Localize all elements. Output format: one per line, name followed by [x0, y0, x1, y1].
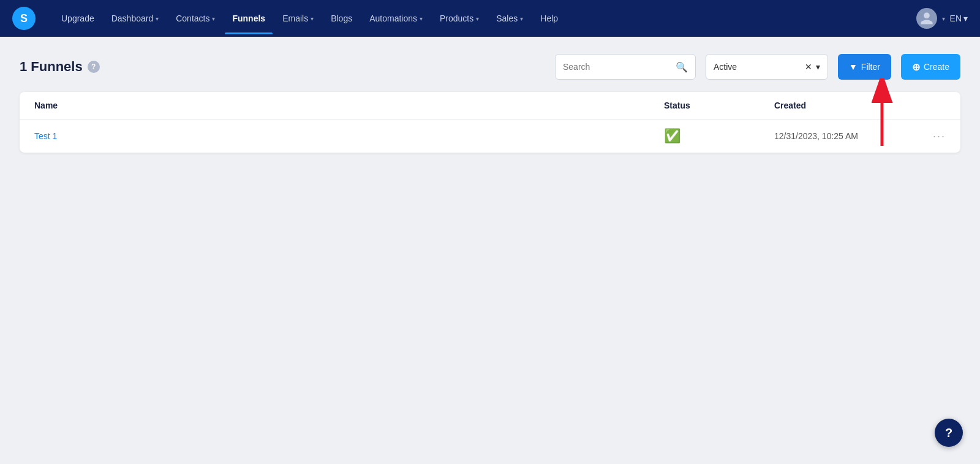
nav-item-emails[interactable]: Emails▾ — [275, 9, 321, 28]
funnel-status-cell: ✅ — [664, 128, 774, 144]
nav-item-dashboard[interactable]: Dashboard▾ — [104, 9, 167, 28]
column-header-created: Created — [774, 101, 909, 110]
column-header-status: Status — [664, 101, 774, 110]
nav-item-funnels[interactable]: Funnels — [225, 9, 273, 28]
logo[interactable]: S — [12, 7, 36, 30]
chevron-down-icon: ▾ — [212, 15, 215, 22]
table-header: Name Status Created — [20, 92, 960, 120]
row-actions-menu[interactable]: ··· — [909, 130, 946, 143]
chevron-down-icon: ▾ — [311, 15, 314, 22]
nav-item-contacts[interactable]: Contacts▾ — [168, 9, 222, 28]
chevron-down-icon: ▾ — [156, 15, 159, 22]
funnel-name-link[interactable]: Test 1 — [34, 131, 57, 141]
funnels-table: Name Status Created Test 1 ✅ 12/31/2023,… — [20, 92, 960, 153]
search-input[interactable] — [563, 62, 671, 72]
column-header-name: Name — [34, 101, 664, 110]
funnel-created-cell: 12/31/2023, 10:25 AM — [774, 131, 909, 141]
navbar: S Upgrade Dashboard▾ Contacts▾ Funnels E… — [0, 0, 980, 37]
nav-item-sales[interactable]: Sales▾ — [489, 9, 530, 28]
table-row: Test 1 ✅ 12/31/2023, 10:25 AM ··· — [20, 120, 960, 153]
filter-icon: ▼ — [849, 62, 858, 72]
close-icon[interactable]: ✕ — [805, 62, 812, 72]
funnel-name-cell: Test 1 — [34, 131, 664, 142]
search-box: 🔍 — [555, 54, 696, 80]
avatar[interactable] — [916, 8, 937, 29]
chevron-down-icon: ▾ — [420, 15, 423, 22]
status-filter[interactable]: Active ✕ ▾ — [706, 54, 828, 80]
column-header-actions — [909, 101, 946, 110]
nav-item-products[interactable]: Products▾ — [432, 9, 486, 28]
page-header: 1 Funnels ? 🔍 Active ✕ ▾ ▼ Filter ⊕ Crea… — [20, 54, 960, 80]
chevron-down-icon[interactable]: ▾ — [816, 62, 820, 72]
help-fab[interactable]: ? — [935, 419, 963, 447]
nav-links: Upgrade Dashboard▾ Contacts▾ Funnels Ema… — [54, 9, 916, 28]
create-button[interactable]: ⊕ Create — [901, 54, 960, 80]
chevron-down-icon: ▾ — [963, 13, 968, 23]
nav-item-upgrade[interactable]: Upgrade — [54, 9, 102, 28]
page-title: 1 Funnels ? — [20, 59, 100, 75]
help-icon[interactable]: ? — [88, 61, 100, 73]
filter-button[interactable]: ▼ Filter — [838, 54, 891, 80]
page-content: 1 Funnels ? 🔍 Active ✕ ▾ ▼ Filter ⊕ Crea… — [0, 37, 980, 170]
user-icon — [919, 11, 934, 26]
chevron-down-icon[interactable]: ▾ — [942, 15, 945, 22]
navbar-right: ▾ EN ▾ — [916, 8, 968, 29]
chevron-down-icon: ▾ — [520, 15, 523, 22]
nav-item-blogs[interactable]: Blogs — [323, 9, 360, 28]
search-icon: 🔍 — [676, 61, 688, 73]
chevron-down-icon: ▾ — [476, 15, 479, 22]
nav-item-help[interactable]: Help — [533, 9, 565, 28]
nav-item-automations[interactable]: Automations▾ — [362, 9, 430, 28]
plus-icon: ⊕ — [912, 61, 920, 73]
language-selector[interactable]: EN ▾ — [950, 13, 968, 23]
status-active-icon: ✅ — [664, 128, 680, 143]
